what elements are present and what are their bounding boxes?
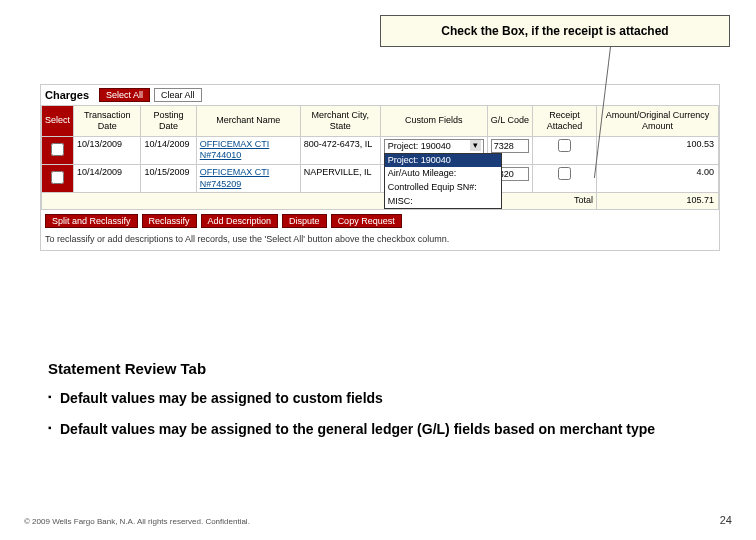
total-row: Total 105.71 xyxy=(42,193,719,210)
table-row: 10/13/2009 10/14/2009 OFFICEMAX CTI N#74… xyxy=(42,136,719,164)
cell-trans-date: 10/13/2009 xyxy=(74,136,141,164)
row-select-cell xyxy=(42,164,74,192)
cell-city: NAPERVILLE, IL xyxy=(300,164,380,192)
gl-code-input[interactable] xyxy=(491,139,529,153)
select-all-button[interactable]: Select All xyxy=(99,88,150,102)
table-header-row: Select Transaction Date Posting Date Mer… xyxy=(42,106,719,137)
dropdown-option[interactable]: MISC: xyxy=(385,195,501,209)
callout-box: Check the Box, if the receipt is attache… xyxy=(380,15,730,47)
col-custom-fields: Custom Fields xyxy=(380,106,487,137)
merchant-link[interactable]: OFFICEMAX CTI N#745209 xyxy=(200,167,270,189)
dispute-button[interactable]: Dispute xyxy=(282,214,327,228)
copy-request-button[interactable]: Copy Request xyxy=(331,214,402,228)
col-trans-date: Transaction Date xyxy=(74,106,141,137)
col-amount: Amount/Original Currency Amount xyxy=(597,106,719,137)
cell-city: 800-472-6473, IL xyxy=(300,136,380,164)
row-select-cell xyxy=(42,136,74,164)
row-select-checkbox[interactable] xyxy=(51,143,64,156)
table-row: 10/14/2009 10/15/2009 OFFICEMAX CTI N#74… xyxy=(42,164,719,192)
cell-post-date: 10/14/2009 xyxy=(141,136,196,164)
cell-trans-date: 10/14/2009 xyxy=(74,164,141,192)
col-merchant-name: Merchant Name xyxy=(196,106,300,137)
col-gl-code: G/L Code xyxy=(487,106,532,137)
row-select-checkbox[interactable] xyxy=(51,171,64,184)
col-merchant-city: Merchant City, State xyxy=(300,106,380,137)
bullet-1: Default values may be assigned to custom… xyxy=(48,389,698,408)
receipt-checkbox[interactable] xyxy=(558,167,571,180)
cell-receipt xyxy=(532,164,596,192)
total-label: Total xyxy=(42,193,597,210)
charges-table: Select Transaction Date Posting Date Mer… xyxy=(41,105,719,210)
merchant-link[interactable]: OFFICEMAX CTI N#744010 xyxy=(200,139,270,161)
col-select: Select xyxy=(42,106,74,137)
dropdown-list: Project: 190040 Air/Auto Mileage: Contro… xyxy=(384,153,502,210)
page-number: 24 xyxy=(720,514,732,526)
panel-title: Charges xyxy=(45,89,89,101)
dropdown-option[interactable]: Controlled Equip SN#: xyxy=(385,181,501,195)
dropdown-option[interactable]: Project: 190040 xyxy=(385,154,501,168)
callout-text: Check the Box, if the receipt is attache… xyxy=(441,24,668,38)
add-description-button[interactable]: Add Description xyxy=(201,214,279,228)
dropdown-option[interactable]: Air/Auto Mileage: xyxy=(385,167,501,181)
bullet-2: Default values may be assigned to the ge… xyxy=(48,420,698,439)
col-receipt: Receipt Attached xyxy=(532,106,596,137)
cell-receipt xyxy=(532,136,596,164)
hint-text: To reclassify or add descriptions to All… xyxy=(41,232,719,250)
slide-heading: Statement Review Tab xyxy=(48,360,698,377)
cell-amount: 4.00 xyxy=(597,164,719,192)
split-reclassify-button[interactable]: Split and Reclassify xyxy=(45,214,138,228)
footer-copyright: © 2009 Wells Fargo Bank, N.A. All rights… xyxy=(24,517,250,526)
charges-panel: Charges Select All Clear All Select Tran… xyxy=(40,84,720,251)
col-post-date: Posting Date xyxy=(141,106,196,137)
slide-body: Statement Review Tab Default values may … xyxy=(48,360,698,451)
clear-all-button[interactable]: Clear All xyxy=(154,88,202,102)
cell-post-date: 10/15/2009 xyxy=(141,164,196,192)
reclassify-button[interactable]: Reclassify xyxy=(142,214,197,228)
panel-header: Charges Select All Clear All xyxy=(41,85,719,105)
total-value: 105.71 xyxy=(597,193,719,210)
action-bar: Split and Reclassify Reclassify Add Desc… xyxy=(41,210,719,232)
cell-amount: 100.53 xyxy=(597,136,719,164)
receipt-checkbox[interactable] xyxy=(558,139,571,152)
cell-custom: Project: 190040 Project: 190040 Air/Auto… xyxy=(380,136,487,164)
custom-field-dropdown[interactable]: Project: 190040 Project: 190040 Air/Auto… xyxy=(384,139,484,155)
